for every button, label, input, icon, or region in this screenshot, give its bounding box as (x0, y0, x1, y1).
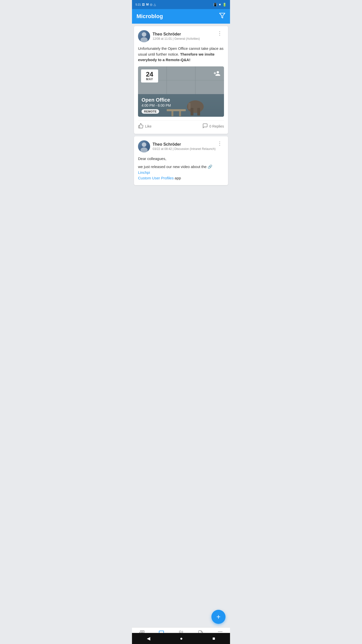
recents-button[interactable]: ■ (212, 636, 215, 641)
post-2-text-app: app (174, 176, 181, 180)
event-date-num: 24 (145, 71, 155, 77)
post-2-author-text: Theo Schröder 03/22 at 08:42 | Discussio… (153, 142, 216, 151)
chain-link-icon: 🔗 (208, 165, 212, 169)
status-right-icons: 📳 ▼ 🔋 (213, 3, 227, 7)
status-left: 5:21 🖼 M ◎ △ (135, 3, 156, 6)
feed: Theo Schröder 12/08 at 11:01 | General (… (132, 24, 230, 188)
reply-icon (202, 123, 208, 130)
post-2-text: Dear colleagues, we just released our ne… (138, 156, 224, 181)
post-1-avatar (138, 30, 150, 42)
like-icon (138, 123, 144, 130)
filter-icon[interactable] (219, 12, 225, 20)
app-title: Microblog (137, 13, 163, 20)
event-info: Open Office 4:00 PM - 6:00 PM REMOTE (142, 97, 171, 114)
post-card-2: Theo Schröder 03/22 at 08:42 | Discussio… (134, 136, 228, 185)
fab-plus-icon: + (216, 613, 220, 621)
post-2-author-info: Theo Schröder 03/22 at 08:42 | Discussio… (138, 140, 216, 152)
event-card[interactable]: 24 MAY Open Office 4:00 PM - 6:00 PM REM… (138, 66, 224, 117)
wifi-icon: ▼ (218, 3, 221, 7)
post-2-more-button[interactable]: ⋮ (216, 140, 224, 146)
event-date-badge: 24 MAY (141, 69, 158, 83)
home-button[interactable]: ● (180, 636, 183, 641)
post-1-author-info: Theo Schröder 12/08 at 11:01 | General (… (138, 30, 200, 42)
post-1-more-button[interactable]: ⋮ (216, 30, 224, 36)
status-time: 5:21 (135, 3, 141, 6)
post-1-meta: 12/08 at 11:01 | General (Activities) (153, 37, 200, 41)
post-2-text-line2: we just released our new video about the… (138, 164, 224, 175)
reply-label: 0 Replies (209, 124, 224, 128)
svg-point-13 (179, 631, 181, 633)
event-date-month: MAY (145, 77, 155, 81)
reply-button[interactable]: 0 Replies (202, 123, 224, 130)
post-2-meta: 03/22 at 08:42 | Discussion (Intranet Re… (153, 147, 216, 151)
event-tag: REMOTE (142, 109, 159, 114)
post-2-header: Theo Schröder 03/22 at 08:42 | Discussio… (138, 140, 224, 152)
post-1-text: Unfortunately the Open Office cannot tak… (138, 46, 224, 63)
like-button[interactable]: Like (138, 123, 152, 130)
post-2-avatar (138, 140, 150, 152)
back-button[interactable]: ◀ (147, 636, 150, 641)
post-card-1: Theo Schröder 12/08 at 11:01 | General (… (134, 26, 228, 134)
custom-user-profiles-link[interactable]: Custom User Profiles (138, 176, 174, 180)
post-2-text-line1: Dear colleagues, (138, 156, 224, 162)
post-1-author-text: Theo Schröder 12/08 at 11:01 | General (… (153, 32, 200, 41)
event-time: 4:00 PM - 6:00 PM (142, 103, 171, 107)
post-1-footer: Like 0 Replies (138, 120, 224, 130)
svg-marker-0 (219, 13, 225, 18)
linchpin-link[interactable]: Linchpi (138, 170, 150, 175)
status-icon-camera: 🖼 (142, 3, 145, 6)
add-person-icon[interactable] (213, 70, 220, 78)
create-post-fab[interactable]: + (211, 610, 225, 624)
system-nav-bar: ◀ ● ■ (132, 633, 230, 644)
event-title: Open Office (142, 97, 171, 103)
vibrate-icon: 📳 (213, 3, 217, 7)
post-2-text-line3: Custom User Profiles app (138, 175, 224, 181)
status-bar: 5:21 🖼 M ◎ △ 📳 ▼ 🔋 (132, 0, 230, 9)
battery-icon: 🔋 (222, 3, 227, 7)
status-icon-triangle: △ (154, 3, 156, 6)
post-2-author-name: Theo Schröder (153, 142, 216, 147)
status-icon-circle: ◎ (150, 3, 152, 6)
post-1-header: Theo Schröder 12/08 at 11:01 | General (… (138, 30, 224, 42)
post-1-author-name: Theo Schröder (153, 32, 200, 36)
status-icon-gmail: M (146, 3, 149, 6)
app-header: Microblog (132, 9, 230, 24)
like-label: Like (145, 124, 152, 128)
